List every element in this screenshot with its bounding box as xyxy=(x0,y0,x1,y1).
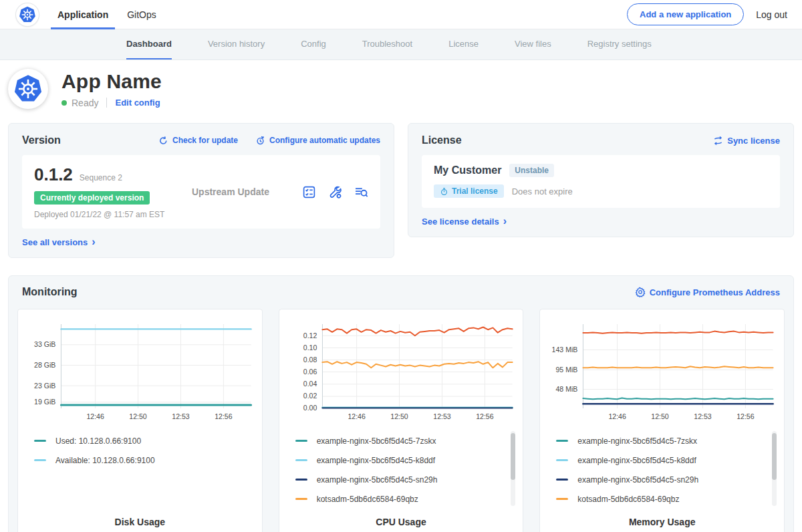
legend-scrollbar-thumb[interactable] xyxy=(772,433,777,480)
deployed-badge: Currently deployed version xyxy=(34,191,150,205)
memory-usage-legend: example-nginx-5bc6f5d4c5-7zskxexample-ng… xyxy=(545,431,779,513)
svg-text:95 MiB: 95 MiB xyxy=(556,366,578,374)
preflight-checklist-icon[interactable] xyxy=(302,185,316,199)
chart-title: CPU Usage xyxy=(285,513,518,527)
divider xyxy=(106,98,107,108)
svg-text:12:56: 12:56 xyxy=(215,412,233,420)
tab-version-history[interactable]: Version history xyxy=(208,29,265,59)
disk-usage-chart: 33 GiB28 GiB23 GiB19 GiB12:4612:5012:531… xyxy=(23,317,257,423)
tab-troubleshoot[interactable]: Troubleshoot xyxy=(362,29,412,59)
svg-text:12:53: 12:53 xyxy=(433,412,451,420)
refresh-icon xyxy=(158,136,168,146)
svg-text:12:56: 12:56 xyxy=(737,412,755,420)
tab-registry-settings[interactable]: Registry settings xyxy=(587,29,652,59)
tab-dashboard[interactable]: Dashboard xyxy=(126,29,172,59)
channel-badge: Unstable xyxy=(509,164,554,177)
legend-item: example-nginx-5bc6f5d4c5-k8ddf xyxy=(556,450,779,470)
svg-text:33 GiB: 33 GiB xyxy=(34,340,55,348)
view-logs-icon[interactable] xyxy=(354,185,368,199)
top-nav: Application GitOps Add a new application… xyxy=(0,0,802,29)
sync-license-label: Sync license xyxy=(727,136,780,146)
configure-prometheus-link[interactable]: Configure Prometheus Address xyxy=(635,287,780,297)
monitoring-panel: Monitoring Configure Prometheus Address … xyxy=(8,275,794,532)
legend-swatch xyxy=(556,498,568,500)
svg-text:48 MiB: 48 MiB xyxy=(556,385,578,393)
configure-automatic-updates-link[interactable]: Configure automatic updates xyxy=(255,136,380,146)
chart-title: Memory Usage xyxy=(545,513,779,527)
current-version-card: 0.1.2 Sequence 2 Currently deployed vers… xyxy=(22,155,380,229)
kubernetes-logo-icon xyxy=(19,6,36,23)
legend-swatch xyxy=(295,479,307,481)
sync-license-link[interactable]: Sync license xyxy=(713,136,780,146)
nav-item-application[interactable]: Application xyxy=(57,0,108,29)
legend-label: Available: 10.128.0.66:9100 xyxy=(55,456,155,465)
svg-text:12:46: 12:46 xyxy=(86,412,104,420)
add-application-button[interactable]: Add a new application xyxy=(627,3,744,25)
top-nav-right: Add a new application Log out xyxy=(627,3,787,25)
see-all-versions-label: See all versions xyxy=(22,237,88,247)
svg-text:12:56: 12:56 xyxy=(476,412,494,420)
cpu-usage-chart-card: 0.120.100.080.060.040.020.0012:4612:5012… xyxy=(279,309,524,532)
logout-link[interactable]: Log out xyxy=(756,9,787,20)
svg-text:0.04: 0.04 xyxy=(303,380,317,388)
legend-swatch xyxy=(556,459,568,461)
legend-scrollbar[interactable] xyxy=(772,431,777,506)
legend-swatch xyxy=(34,440,46,442)
legend-item: example-nginx-5bc6f5d4c5-7zskx xyxy=(295,431,518,450)
memory-usage-chart-card: 143 MiB95 MiB48 MiB12:4612:5012:5312:56 … xyxy=(539,309,785,532)
see-license-details-link[interactable]: See license details › xyxy=(422,217,507,227)
disk-usage-chart-card: 33 GiB28 GiB23 GiB19 GiB12:4612:5012:531… xyxy=(17,309,263,532)
license-panel: License Sync license My Customer Unstabl… xyxy=(408,123,794,237)
version-source-label: Upstream Update xyxy=(189,186,302,197)
legend-label: example-nginx-5bc6f5d4c5-k8ddf xyxy=(577,456,696,465)
stopwatch-icon xyxy=(440,187,448,196)
legend-item: kotsadm-5db6dc6584-69qbz xyxy=(556,489,779,509)
legend-item: example-nginx-5bc6f5d4c5-k8ddf xyxy=(295,450,518,470)
tab-license[interactable]: License xyxy=(448,29,479,59)
memory-usage-chart: 143 MiB95 MiB48 MiB12:4612:5012:5312:56 xyxy=(545,317,779,423)
legend-item: example-nginx-5bc6f5d4c5-7zskx xyxy=(556,431,779,450)
config-wrench-icon[interactable] xyxy=(328,185,342,199)
legend-swatch xyxy=(295,498,307,500)
cards-row: Version Check for update xyxy=(0,119,802,258)
trial-license-badge: Trial license xyxy=(434,184,504,198)
chevron-right-icon: › xyxy=(92,239,95,245)
svg-text:19 GiB: 19 GiB xyxy=(34,398,55,406)
svg-text:12:46: 12:46 xyxy=(609,412,627,420)
svg-text:12:53: 12:53 xyxy=(172,412,190,420)
legend-scrollbar-thumb[interactable] xyxy=(511,433,515,480)
edit-config-link[interactable]: Edit config xyxy=(115,98,160,108)
status-text: Ready xyxy=(72,98,98,108)
svg-text:0.10: 0.10 xyxy=(303,344,317,352)
tab-view-files[interactable]: View files xyxy=(515,29,551,59)
page-title: App Name xyxy=(61,70,162,93)
tab-config[interactable]: Config xyxy=(301,29,326,59)
legend-swatch xyxy=(556,440,568,442)
disk-usage-legend: Used: 10.128.0.66:9100Available: 10.128.… xyxy=(23,431,257,513)
svg-text:12:53: 12:53 xyxy=(694,412,712,420)
customer-name: My Customer xyxy=(434,164,501,176)
version-number: 0.1.2 xyxy=(34,164,73,185)
svg-text:12:46: 12:46 xyxy=(348,412,366,420)
license-details-card: My Customer Unstable Trial license Does … xyxy=(422,155,780,208)
check-for-update-link[interactable]: Check for update xyxy=(158,136,238,146)
configure-prometheus-label: Configure Prometheus Address xyxy=(650,287,780,297)
legend-label: kotsadm-5db6dc6584-69qbz xyxy=(577,495,679,504)
svg-text:0.00: 0.00 xyxy=(303,404,317,412)
chart-title: Disk Usage xyxy=(23,513,257,527)
legend-swatch xyxy=(295,459,307,461)
svg-text:0.06: 0.06 xyxy=(303,368,317,376)
legend-label: example-nginx-5bc6f5d4c5-sn29h xyxy=(577,475,698,485)
app-avatar xyxy=(8,69,48,109)
nav-item-gitops[interactable]: GitOps xyxy=(127,0,156,29)
cpu-usage-legend: example-nginx-5bc6f5d4c5-7zskxexample-ng… xyxy=(285,431,518,513)
legend-label: example-nginx-5bc6f5d4c5-7zskx xyxy=(577,436,697,446)
see-all-versions-link[interactable]: See all versions › xyxy=(22,237,96,247)
monitoring-title: Monitoring xyxy=(22,286,78,298)
legend-scrollbar[interactable] xyxy=(511,431,515,506)
status-dot xyxy=(61,100,67,106)
see-license-details-label: See license details xyxy=(422,217,499,227)
version-panel-title: Version xyxy=(22,134,61,146)
sync-arrows-icon xyxy=(713,136,723,146)
kubernetes-app-icon xyxy=(13,74,43,104)
